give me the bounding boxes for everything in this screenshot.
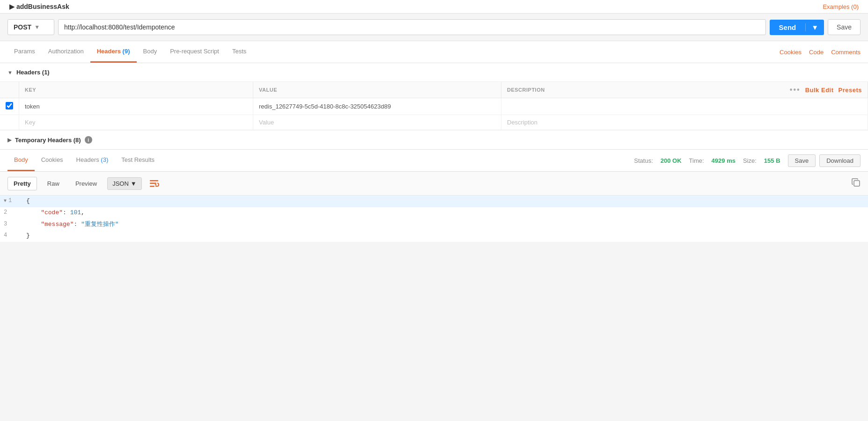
method-label: POST (14, 23, 31, 31)
json-type-label: JSON (112, 180, 129, 187)
line-number-2: 2 (0, 207, 22, 218)
line-number-4: 4 (0, 230, 22, 241)
send-arrow-icon[interactable]: ▼ (805, 23, 824, 31)
empty-key-cell[interactable]: Key (19, 115, 253, 130)
headers-content: ▼ Headers (1) KEY VALUE DESCRIPTION ••• … (0, 63, 868, 150)
more-options-icon[interactable]: ••• (790, 86, 801, 94)
headers-section-header[interactable]: ▼ Headers (1) (0, 63, 868, 82)
header-key-cell[interactable]: token (19, 98, 253, 115)
svg-marker-2 (154, 184, 156, 186)
format-pretty-button[interactable]: Pretty (7, 177, 37, 190)
th-value: VALUE (253, 82, 501, 98)
copy-icon (851, 178, 861, 187)
table-row: token redis_12627749-5c5d-4180-8c8c-3250… (0, 98, 868, 115)
line-number-1: ▼ 1 (0, 196, 22, 206)
header-key-value: token (25, 103, 40, 110)
response-save-button[interactable]: Save (788, 154, 816, 167)
tab-headers[interactable]: Headers (9) (90, 41, 137, 63)
header-checkbox-cell[interactable] (0, 98, 19, 115)
send-label: Send (770, 23, 806, 31)
request-tabs-bar: Params Authorization Headers (9) Body Pr… (0, 41, 868, 63)
time-label: Time: (689, 157, 704, 164)
resp-tab-body[interactable]: Body (7, 150, 35, 171)
request-title: ▶ addBusinessAsk (9, 3, 69, 10)
copy-button[interactable] (851, 178, 861, 189)
header-desc-cell[interactable] (501, 98, 868, 115)
fold-arrow-icon[interactable]: ▼ (4, 197, 7, 205)
save-button[interactable]: Save (828, 19, 861, 35)
headers-badge: (9) (123, 48, 130, 55)
time-value: 4929 ms (712, 157, 736, 164)
size-label: Size: (743, 157, 757, 164)
code-view: ▼ 1 { 2 "code": 101, 3 "message": "重复性操作… (0, 196, 868, 242)
method-chevron-icon: ▼ (34, 24, 40, 30)
send-button[interactable]: Send ▼ (770, 20, 824, 35)
line-content-3: "message": "重复性操作" (22, 219, 123, 231)
response-download-button[interactable]: Download (819, 154, 861, 167)
headers-section-title: Headers (1) (16, 69, 50, 76)
bulk-edit-button[interactable]: Bulk Edit (805, 87, 834, 94)
line-content-4: } (22, 230, 34, 242)
code-line-1: ▼ 1 { (0, 196, 868, 207)
empty-desc-cell[interactable]: Description (501, 115, 868, 130)
json-type-select[interactable]: JSON ▼ (107, 177, 142, 190)
top-bar: ▶ addBusinessAsk Examples (0) (0, 0, 868, 14)
size-value: 155 B (764, 157, 780, 164)
format-preview-button[interactable]: Preview (70, 177, 103, 190)
comments-link[interactable]: Comments (831, 49, 861, 56)
response-tabs-bar: Body Cookies Headers (3) Test Results St… (0, 150, 868, 172)
examples-button[interactable]: Examples (0) (823, 3, 859, 10)
empty-checkbox-cell (0, 115, 19, 130)
response-action-buttons: Save Download (788, 154, 861, 167)
status-label: Status: (634, 157, 653, 164)
empty-value-placeholder: Value (259, 119, 274, 126)
line-number-3: 3 (0, 219, 22, 230)
wrap-button[interactable] (147, 176, 162, 190)
headers-table: KEY VALUE DESCRIPTION ••• Bulk Edit Pres… (0, 82, 868, 130)
svg-rect-0 (150, 180, 158, 181)
headers-chevron-icon: ▼ (7, 70, 13, 75)
wrap-icon (149, 178, 159, 189)
code-link[interactable]: Code (809, 49, 824, 56)
body-toolbar: Pretty Raw Preview JSON ▼ (0, 172, 868, 196)
response-status-area: Status: 200 OK Time: 4929 ms Size: 155 B (634, 157, 780, 164)
empty-value-cell[interactable]: Value (253, 115, 501, 130)
code-line-3: 3 "message": "重复性操作" (0, 219, 868, 231)
tab-authorization[interactable]: Authorization (42, 41, 90, 63)
method-select[interactable]: POST ▼ (7, 19, 54, 35)
header-value-cell[interactable]: redis_12627749-5c5d-4180-8c8c-325054623d… (253, 98, 501, 115)
empty-desc-placeholder: Description (507, 119, 537, 126)
status-value: 200 OK (661, 157, 682, 164)
line-content-2: "code": 101, (22, 207, 88, 219)
th-key: KEY (19, 82, 253, 98)
empty-key-placeholder: Key (25, 119, 35, 126)
code-line-2: 2 "code": 101, (0, 207, 868, 219)
table-empty-row: Key Value Description (0, 115, 868, 130)
info-icon: i (85, 136, 92, 144)
header-val-value: redis_12627749-5c5d-4180-8c8c-325054623d… (259, 103, 391, 110)
cookies-link[interactable]: Cookies (780, 49, 802, 56)
code-line-4: 4 } (0, 230, 868, 242)
response-section: Body Cookies Headers (3) Test Results St… (0, 150, 868, 242)
tab-params[interactable]: Params (7, 41, 42, 63)
header-checkbox[interactable] (6, 102, 13, 109)
th-description: DESCRIPTION ••• Bulk Edit Presets (501, 82, 868, 98)
th-checkbox (0, 82, 19, 98)
tab-tests[interactable]: Tests (226, 41, 253, 63)
resp-tab-cookies[interactable]: Cookies (35, 150, 70, 171)
presets-button[interactable]: Presets (839, 87, 862, 94)
url-input[interactable] (58, 19, 766, 35)
temp-headers-chevron-icon: ▶ (7, 137, 11, 143)
resp-tab-test-results[interactable]: Test Results (115, 150, 161, 171)
resp-tab-headers[interactable]: Headers (3) (70, 150, 115, 171)
json-chevron-icon: ▼ (131, 180, 137, 187)
temp-headers-section[interactable]: ▶ Temporary Headers (8) i (0, 130, 868, 149)
tab-pre-request[interactable]: Pre-request Script (163, 41, 226, 63)
request-bar: POST ▼ Send ▼ Save (0, 14, 868, 41)
line-content-1: { (22, 196, 34, 207)
svg-rect-4 (854, 181, 860, 186)
tab-body[interactable]: Body (137, 41, 164, 63)
format-raw-button[interactable]: Raw (42, 177, 65, 190)
svg-rect-1 (150, 183, 156, 184)
svg-rect-3 (150, 186, 154, 187)
